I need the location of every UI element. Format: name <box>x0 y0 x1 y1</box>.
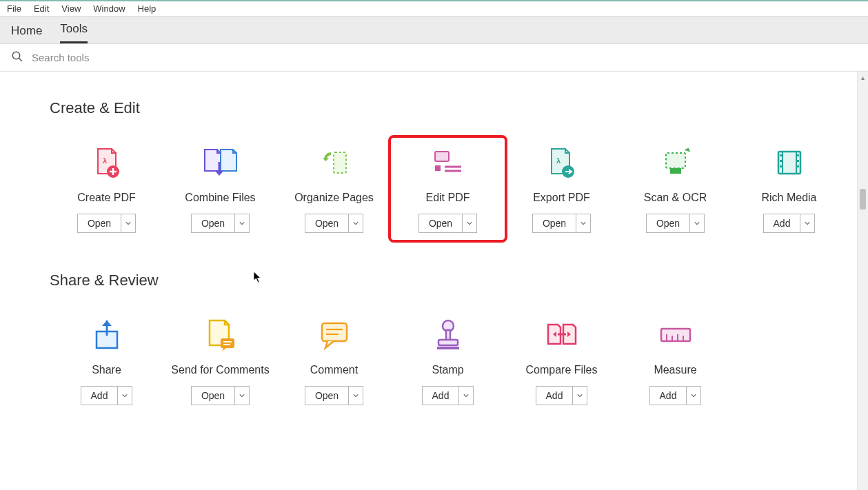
share-icon <box>86 314 128 356</box>
open-button[interactable]: Open <box>418 214 462 233</box>
rich-media-icon <box>769 142 810 183</box>
dropdown-button[interactable] <box>348 214 363 233</box>
tool-measure[interactable]: Measure Add <box>618 314 732 405</box>
compare-files-icon <box>541 314 583 356</box>
open-button[interactable]: Open <box>191 214 234 233</box>
svg-point-0 <box>12 52 20 59</box>
svg-line-1 <box>19 58 22 61</box>
tab-home[interactable]: Home <box>11 19 42 43</box>
dropdown-button[interactable] <box>234 386 250 405</box>
svg-rect-36 <box>661 329 690 341</box>
tool-label: Rich Media <box>761 192 816 204</box>
svg-rect-26 <box>221 338 234 348</box>
tool-label: Send for Comments <box>171 364 269 376</box>
svg-rect-29 <box>322 323 347 341</box>
dropdown-button[interactable] <box>800 214 815 233</box>
tool-create-pdf[interactable]: λ Create PDF Open <box>50 142 163 233</box>
svg-rect-23 <box>797 160 799 162</box>
svg-rect-21 <box>780 165 782 167</box>
tool-stamp[interactable]: Stamp Add <box>391 314 505 405</box>
tool-export-pdf[interactable]: λ Export PDF Open <box>505 142 618 233</box>
dropdown-button[interactable] <box>686 386 701 405</box>
tool-organize-pages[interactable]: Organize Pages Open <box>277 142 391 233</box>
tool-label: Create PDF <box>77 192 135 204</box>
tool-send-for-comments[interactable]: Send for Comments Open <box>163 314 277 405</box>
scroll-up-arrow[interactable]: ▴ <box>858 72 868 83</box>
send-for-comments-icon <box>200 314 241 356</box>
svg-point-15 <box>687 150 689 152</box>
tool-row-create-edit: λ Create PDF Open <box>50 142 868 233</box>
tab-tools[interactable]: Tools <box>60 17 88 43</box>
scroll-thumb[interactable] <box>860 189 866 210</box>
comment-icon <box>314 314 355 356</box>
tool-row-share-review: Share Add Send for Comments Open <box>50 314 868 405</box>
organize-pages-icon <box>314 142 355 183</box>
open-button[interactable]: Open <box>305 386 348 405</box>
open-button[interactable]: Open <box>646 214 689 233</box>
tool-label: Compare Files <box>525 364 597 376</box>
tool-comment[interactable]: Comment Open <box>277 314 391 405</box>
svg-rect-20 <box>780 160 782 162</box>
tool-label: Share <box>92 364 121 376</box>
tools-content: Create & Edit λ Create PDF Open <box>0 72 868 490</box>
menu-view[interactable]: View <box>61 3 81 14</box>
tab-bar: Home Tools <box>0 17 868 44</box>
dropdown-button[interactable] <box>121 214 136 233</box>
section-title-create-edit: Create & Edit <box>50 99 868 117</box>
tool-label: Scan & OCR <box>644 192 707 204</box>
open-button[interactable]: Open <box>532 214 576 233</box>
tool-edit-pdf[interactable]: Edit PDF Open <box>391 138 505 240</box>
open-button[interactable]: Open <box>191 386 234 405</box>
export-pdf-icon: λ <box>541 142 583 183</box>
svg-rect-8 <box>435 165 441 171</box>
measure-icon <box>655 314 696 356</box>
tool-combine-files[interactable]: Combine Files Open <box>163 142 277 233</box>
add-button[interactable]: Add <box>649 386 687 405</box>
add-button[interactable]: Add <box>763 214 800 233</box>
add-button[interactable]: Add <box>536 386 573 405</box>
dropdown-button[interactable] <box>234 214 250 233</box>
combine-files-icon <box>200 142 241 183</box>
open-button[interactable]: Open <box>77 214 121 233</box>
dropdown-button[interactable] <box>462 214 477 233</box>
svg-rect-13 <box>666 153 685 168</box>
svg-rect-22 <box>797 154 799 156</box>
dropdown-button[interactable] <box>576 214 591 233</box>
tool-share[interactable]: Share Add <box>50 314 163 405</box>
svg-rect-34 <box>438 340 458 345</box>
dropdown-button[interactable] <box>117 386 132 405</box>
svg-rect-24 <box>797 165 799 167</box>
tool-label: Measure <box>654 364 696 376</box>
svg-text:λ: λ <box>103 156 107 165</box>
menu-file[interactable]: File <box>7 3 21 14</box>
add-button[interactable]: Add <box>81 386 118 405</box>
tool-rich-media[interactable]: Rich Media Add <box>732 142 846 233</box>
tool-scan-ocr[interactable]: Scan & OCR Open <box>618 142 732 233</box>
svg-rect-7 <box>435 152 449 161</box>
tool-label: Organize Pages <box>294 192 374 204</box>
tool-label: Edit PDF <box>425 192 470 204</box>
svg-text:λ: λ <box>556 156 561 165</box>
dropdown-button[interactable] <box>458 386 474 405</box>
tool-compare-files[interactable]: Compare Files Add <box>505 314 618 405</box>
tool-label: Combine Files <box>185 192 255 204</box>
search-icon <box>11 50 23 65</box>
open-button[interactable]: Open <box>305 214 348 233</box>
dropdown-button[interactable] <box>348 386 363 405</box>
svg-rect-35 <box>437 347 459 349</box>
tool-label: Stamp <box>432 364 463 376</box>
menu-bar: File Edit View Window Help <box>0 0 868 17</box>
dropdown-button[interactable] <box>572 386 587 405</box>
section-title-share-review: Share & Review <box>50 272 868 289</box>
vertical-scrollbar[interactable]: ▴ <box>857 72 868 490</box>
tool-label: Comment <box>310 364 358 376</box>
menu-edit[interactable]: Edit <box>34 3 49 14</box>
dropdown-button[interactable] <box>689 214 705 233</box>
svg-rect-33 <box>446 330 450 340</box>
stamp-icon <box>427 314 469 356</box>
menu-window[interactable]: Window <box>93 3 125 14</box>
svg-rect-19 <box>780 154 782 156</box>
add-button[interactable]: Add <box>422 386 459 405</box>
search-input[interactable] <box>32 52 857 63</box>
menu-help[interactable]: Help <box>138 3 157 14</box>
